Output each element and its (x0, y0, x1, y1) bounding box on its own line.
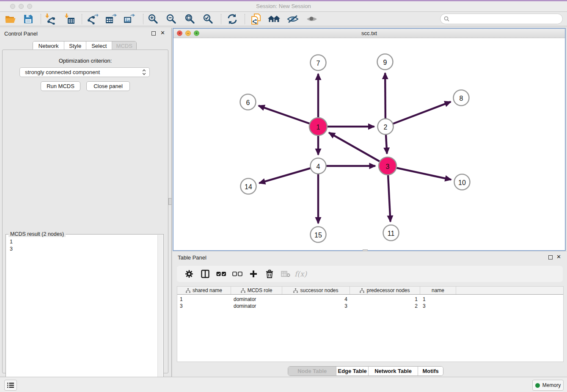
close-panel-button[interactable]: Close panel (86, 81, 130, 91)
table-tab-edge-table[interactable]: Edge Table (336, 367, 368, 375)
table-tab-node-table[interactable]: Node Table (288, 367, 336, 375)
export-image-icon[interactable] (122, 13, 136, 25)
import-table-icon[interactable] (63, 13, 77, 25)
show-eye-icon[interactable] (305, 13, 319, 25)
task-history-button[interactable] (4, 380, 17, 391)
tab-style[interactable]: Style (64, 41, 86, 50)
export-network-icon[interactable] (85, 13, 99, 25)
deselect-all-checkboxes-icon[interactable] (229, 268, 245, 280)
network-canvas[interactable]: 7968124314101511 (173, 38, 565, 250)
tab-select[interactable]: Select (86, 41, 112, 50)
svg-text:11: 11 (388, 230, 395, 237)
table-cell[interactable]: 1 (420, 296, 456, 303)
horizontal-splitter-grip[interactable] (363, 249, 368, 251)
import-network-icon[interactable] (43, 13, 58, 25)
clone-network-icon[interactable] (249, 13, 263, 25)
table-cell[interactable]: 4 (282, 296, 350, 303)
graph-node-8[interactable]: 8 (454, 90, 469, 106)
table-float-icon[interactable] (548, 255, 553, 259)
graph-edge-1-6[interactable] (259, 106, 318, 127)
table-cell[interactable]: 1 (177, 296, 231, 303)
network-title: scc.txt (173, 29, 565, 38)
graph-node-15[interactable]: 15 (311, 227, 326, 243)
graph-node-3[interactable]: 3 (379, 157, 396, 175)
table-tab-network-table[interactable]: Network Table (368, 367, 418, 375)
zoom-in-icon[interactable] (146, 13, 160, 25)
table-toolbar: f(x) (177, 266, 563, 282)
memory-label: Memory (542, 382, 561, 388)
table-cell[interactable]: 1 (350, 296, 420, 303)
tab-mcds[interactable]: MCDS (112, 41, 136, 50)
table-row[interactable]: 3dominator323 (177, 303, 563, 309)
svg-text:3: 3 (386, 163, 390, 170)
table-cell[interactable]: 2 (350, 303, 420, 309)
column-header-successor-nodes[interactable]: successor nodes (282, 287, 350, 294)
refresh-layout-icon[interactable] (225, 13, 239, 25)
home-view-icon[interactable] (267, 13, 281, 25)
hide-panel-eye-icon[interactable] (286, 13, 300, 25)
graph-node-2[interactable]: 2 (378, 119, 394, 135)
table-cell[interactable]: dominator (231, 303, 282, 309)
graph-edge-2-8[interactable] (385, 102, 451, 127)
graph-node-7[interactable]: 7 (311, 55, 326, 71)
table-cell[interactable]: 3 (420, 303, 456, 309)
zoom-fit-icon[interactable] (183, 13, 197, 25)
table-panel: Table Panel ✕ f(x) shared nameMCDS roles… (173, 252, 567, 377)
graph-edge-4-14[interactable] (259, 166, 318, 183)
status-bar: Memory (0, 377, 567, 392)
graph-node-11[interactable]: 11 (383, 225, 399, 241)
net-close-icon[interactable]: ✕ (177, 30, 182, 36)
search-input[interactable] (451, 15, 562, 23)
graph-node-9[interactable]: 9 (377, 54, 393, 70)
mac-close-icon[interactable] (10, 4, 15, 9)
show-columns-icon[interactable] (197, 268, 213, 280)
attribute-icon (241, 288, 245, 293)
add-column-icon[interactable] (245, 268, 261, 280)
table-cell[interactable]: 3 (282, 303, 350, 309)
graph-node-14[interactable]: 14 (241, 179, 256, 194)
open-folder-icon[interactable] (3, 13, 18, 25)
svg-text:10: 10 (458, 179, 466, 186)
column-header-name[interactable]: name (420, 287, 456, 294)
graph-node-4[interactable]: 4 (311, 158, 326, 174)
zoom-out-icon[interactable] (164, 13, 179, 25)
column-header-shared-name[interactable]: shared name (177, 287, 231, 294)
graph-node-6[interactable]: 6 (240, 94, 256, 110)
select-all-checkboxes-icon[interactable] (213, 268, 229, 280)
network-window-titlebar[interactable]: ✕ − + scc.txt (173, 29, 565, 38)
graph-node-10[interactable]: 10 (454, 174, 470, 190)
attribute-icon (360, 288, 364, 293)
save-session-icon[interactable] (21, 13, 36, 25)
net-maximize-icon[interactable]: + (194, 30, 199, 36)
column-header-MCDS-role[interactable]: MCDS role (231, 287, 282, 294)
table-row[interactable]: 1dominator411 (177, 296, 563, 303)
close-panel-icon[interactable]: ✕ (160, 31, 165, 35)
criterion-select[interactable]: strongly connected component (19, 67, 150, 77)
svg-text:15: 15 (314, 232, 322, 239)
search-field[interactable] (440, 14, 563, 24)
float-panel-icon[interactable] (151, 31, 156, 36)
table-close-icon[interactable]: ✕ (556, 255, 561, 259)
run-mcds-button[interactable]: Run MCDS (41, 81, 80, 91)
net-minimize-icon[interactable]: − (185, 30, 191, 36)
mcds-result-item: 1 (10, 238, 157, 246)
table-cell[interactable]: dominator (231, 296, 282, 303)
splitter-grip[interactable] (168, 198, 172, 205)
network-graph[interactable]: 7968124314101511 (173, 38, 565, 250)
mac-zoom-icon[interactable] (27, 4, 32, 9)
zoom-selected-icon[interactable] (201, 13, 215, 25)
delete-column-trash-icon[interactable] (261, 268, 278, 280)
mac-minimize-icon[interactable] (19, 4, 24, 9)
graph-edge-3-1[interactable] (329, 133, 388, 166)
graph-edge-3-10[interactable] (388, 166, 451, 179)
graph-node-1[interactable]: 1 (309, 118, 327, 135)
table-tab-motifs[interactable]: Motifs (418, 367, 443, 375)
column-header-predecessor-nodes[interactable]: predecessor nodes (350, 287, 420, 294)
memory-button[interactable]: Memory (532, 380, 564, 391)
table-cell[interactable]: 3 (177, 303, 231, 309)
result-scrollbar[interactable] (157, 235, 163, 390)
table-options-gear-icon[interactable] (181, 268, 197, 280)
export-table-icon[interactable] (104, 13, 118, 25)
tab-network[interactable]: Network (33, 41, 64, 50)
mcds-result-list[interactable]: 13 (6, 237, 157, 390)
